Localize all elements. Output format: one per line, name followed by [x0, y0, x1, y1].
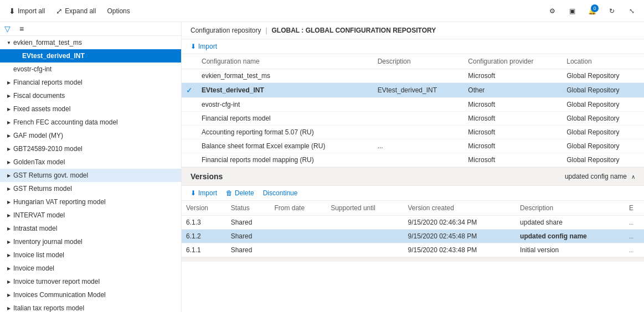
filter-icon[interactable]: ▽ [4, 24, 11, 33]
expander-french-fec: ▶ [4, 118, 13, 127]
versions-delete-button[interactable]: 🗑 Delete [226, 189, 254, 197]
sidebar-label-french-fec: French FEC accounting data model [13, 118, 118, 126]
version-table-row[interactable]: 6.1.3 Shared 9/15/2020 02:46:34 PM updat… [182, 216, 644, 230]
config-table-row[interactable]: Balance sheet format Excel example (RU) … [182, 139, 644, 153]
sidebar-item-invoices-comm[interactable]: ▶ Invoices Communication Model [0, 288, 181, 301]
settings-icon[interactable]: ⚙ [544, 3, 560, 19]
config-table-row[interactable]: Accounting reporting format 5.07 (RU) Mi… [182, 126, 644, 139]
version-row-version: 6.1.1 [182, 243, 226, 257]
sidebar-item-hungarian-vat[interactable]: ▶ Hungarian VAT reporting model [0, 195, 181, 209]
config-row-check [182, 126, 197, 139]
refresh-icon[interactable]: ↻ [604, 3, 620, 19]
versions-import-icon: ⬇ [190, 189, 196, 197]
config-row-check: ✓ [182, 83, 197, 98]
sidebar-item-evtest[interactable]: EVtest_derived_INT [0, 49, 181, 63]
sidebar-item-fiscal-docs[interactable]: ▶ Fiscal documents [0, 89, 181, 102]
expander-hungarian-vat: ▶ [4, 197, 13, 206]
version-row-from-date [270, 243, 326, 257]
sidebar-item-italian-tax[interactable]: ▶ Italian tax reports model [0, 301, 181, 312]
sidebar-label-goldentax: GoldenTax model [13, 158, 65, 166]
sidebar-item-french-fec[interactable]: ▶ French FEC accounting data model [0, 116, 181, 129]
versions-chevron-icon[interactable]: ∧ [631, 174, 635, 180]
sidebar-item-inventory-journal[interactable]: ▶ Inventory journal model [0, 235, 181, 248]
sidebar-item-financial-reports[interactable]: ▶ Financial reports model [0, 76, 181, 89]
config-table-row[interactable]: Financial reports model Microsoft Global… [182, 112, 644, 126]
options-button[interactable]: Options [102, 5, 134, 17]
config-row-location: Global Repository [562, 139, 644, 153]
expand-all-label: Expand all [65, 7, 96, 15]
versions-delete-icon: 🗑 [226, 189, 233, 197]
version-row-from-date [270, 216, 326, 230]
sidebar-item-goldentax[interactable]: ▶ GoldenTax model [0, 155, 181, 169]
sidebar-label-invoice-list: Invoice list model [13, 251, 64, 259]
config-row-description [373, 112, 464, 126]
sidebar-item-invoice[interactable]: ▶ Invoice model [0, 262, 181, 275]
main-toolbar: ⬇ Import all ⤢ Expand all Options ⚙ ▣ 🔔 … [0, 0, 644, 22]
expander-fiscal-docs: ▶ [4, 91, 13, 100]
version-row-status: Shared [226, 216, 270, 230]
version-row-status: Shared [226, 243, 270, 257]
versions-discontinue-button[interactable]: Discontinue [263, 189, 298, 197]
expand-all-icon: ⤢ [56, 7, 63, 15]
expander-financial-reports: ▶ [4, 78, 13, 87]
version-row-extra: ... [625, 243, 644, 257]
config-row-location: Global Repository [562, 126, 644, 139]
config-row-description [373, 153, 464, 167]
config-table-header: Configuration name Description Configura… [182, 54, 644, 69]
config-table-container: Configuration name Description Configura… [182, 54, 644, 167]
config-row-check [182, 112, 197, 126]
maximize-icon[interactable]: ⤡ [624, 3, 640, 19]
config-row-location: Global Repository [562, 83, 644, 98]
expander-invoice-turnover: ▶ [4, 277, 13, 286]
expander-invoice-list: ▶ [4, 251, 13, 259]
config-table-row[interactable]: evkien_format_test_ms Microsoft Global R… [182, 69, 644, 83]
sidebar-item-evkien[interactable]: ▼ evkien_format_test_ms [0, 36, 181, 49]
config-row-check [182, 153, 197, 167]
config-row-name: Financial reports model mapping (RU) [197, 153, 373, 167]
sidebar-item-evostr[interactable]: evostr-cfg-int [0, 63, 181, 76]
expand-all-button[interactable]: ⤢ Expand all [51, 4, 100, 18]
sidebar-item-gbt[interactable]: ▶ GBT24589-2010 model [0, 142, 181, 155]
versions-delete-label: Delete [235, 189, 254, 197]
versions-header: Versions updated config name ∧ [182, 167, 644, 186]
config-row-provider: Microsoft [463, 153, 562, 167]
sidebar-item-fixed-assets[interactable]: ▶ Fixed assets model [0, 102, 181, 116]
expander-intervat: ▶ [4, 211, 13, 220]
sidebar-item-intrastat[interactable]: ▶ Intrastat model [0, 222, 181, 235]
vcol-description: Description [516, 201, 625, 216]
sidebar-item-invoice-list[interactable]: ▶ Invoice list model [0, 248, 181, 262]
config-row-location: Global Repository [562, 153, 644, 167]
import-all-icon: ⬇ [9, 7, 16, 15]
config-row-name: evkien_format_test_ms [197, 69, 373, 83]
sidebar-label-financial-reports: Financial reports model [13, 79, 83, 86]
version-row-version: 6.1.2 [182, 230, 226, 243]
import-all-button[interactable]: ⬇ Import all [4, 4, 49, 18]
config-row-location: Global Repository [562, 98, 644, 112]
versions-import-button[interactable]: ⬇ Import [190, 189, 217, 197]
config-table-row[interactable]: ✓ EVtest_derived_INT EVtest_derived_INT … [182, 83, 644, 98]
sidebar-item-gst-govt[interactable]: ▶ GST Returns govt. model [0, 169, 181, 182]
config-row-provider: Other [463, 83, 562, 98]
breadcrumb: Configuration repository | GLOBAL : GLOB… [182, 22, 644, 39]
sidebar-item-intervat[interactable]: ▶ INTERVAT model [0, 209, 181, 222]
expander-italian-tax: ▶ [4, 304, 13, 312]
config-table-row[interactable]: Financial reports model mapping (RU) Mic… [182, 153, 644, 167]
versions-meta-label: updated config name [565, 173, 627, 180]
version-table-row[interactable]: 6.1.2 Shared 9/15/2020 02:45:48 PM updat… [182, 230, 644, 243]
version-table-row[interactable]: 6.1.1 Shared 9/15/2020 02:43:48 PM Initi… [182, 243, 644, 257]
vcol-created: Version created [403, 201, 516, 216]
vcol-extra: E [625, 201, 644, 216]
expander-invoice: ▶ [4, 264, 13, 273]
expander-gbt: ▶ [4, 144, 13, 153]
expander-gaf: ▶ [4, 131, 13, 140]
col-check [182, 54, 197, 69]
import-link[interactable]: ⬇ Import [190, 43, 217, 50]
config-row-description [373, 98, 464, 112]
config-table-row[interactable]: evostr-cfg-int Microsoft Global Reposito… [182, 98, 644, 112]
sidebar-item-gst-returns[interactable]: ▶ GST Returns model [0, 182, 181, 195]
menu-icon[interactable]: ≡ [19, 24, 24, 33]
sidebar-item-gaf[interactable]: ▶ GAF model (MY) [0, 129, 181, 142]
layout-icon[interactable]: ▣ [564, 3, 580, 19]
sidebar-label-invoice: Invoice model [13, 264, 54, 272]
sidebar-item-invoice-turnover[interactable]: ▶ Invoice turnover report model [0, 275, 181, 288]
